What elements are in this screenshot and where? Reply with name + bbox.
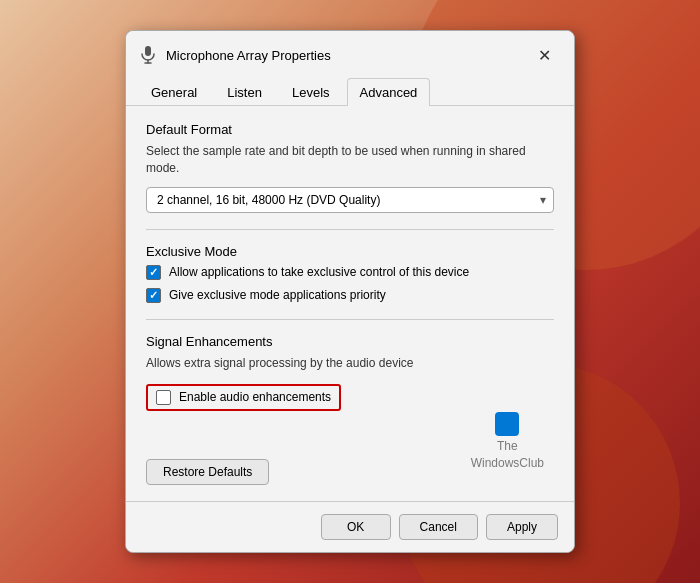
- exclusive-checkbox-2-label: Give exclusive mode applications priorit…: [169, 288, 386, 302]
- exclusive-checkbox-row-1: Allow applications to take exclusive con…: [146, 265, 554, 280]
- restore-defaults-button[interactable]: Restore Defaults: [146, 459, 269, 485]
- apply-button[interactable]: Apply: [486, 514, 558, 540]
- signal-enhancements-section: Signal Enhancements Allows extra signal …: [146, 334, 554, 411]
- default-format-section: Default Format Select the sample rate an…: [146, 122, 554, 213]
- microphone-icon: [138, 45, 158, 65]
- signal-checkbox[interactable]: [156, 390, 171, 405]
- default-format-desc: Select the sample rate and bit depth to …: [146, 143, 554, 177]
- tab-general[interactable]: General: [138, 78, 210, 106]
- restore-defaults-wrapper: Restore Defaults: [146, 451, 554, 485]
- exclusive-checkbox-2[interactable]: [146, 288, 161, 303]
- cancel-button[interactable]: Cancel: [399, 514, 478, 540]
- default-format-title: Default Format: [146, 122, 554, 137]
- tabs-container: General Listen Levels Advanced: [126, 77, 574, 106]
- exclusive-mode-title: Exclusive Mode: [146, 244, 554, 259]
- tab-listen[interactable]: Listen: [214, 78, 275, 106]
- close-button[interactable]: ✕: [530, 41, 558, 69]
- signal-checkbox-row: Enable audio enhancements: [146, 384, 341, 411]
- signal-enhancements-desc: Allows extra signal processing by the au…: [146, 355, 554, 372]
- tab-advanced[interactable]: Advanced: [347, 78, 431, 106]
- signal-enhancements-title: Signal Enhancements: [146, 334, 554, 349]
- dialog-footer: OK Cancel Apply: [126, 501, 574, 552]
- title-bar: Microphone Array Properties ✕: [126, 31, 574, 77]
- divider-1: [146, 229, 554, 230]
- exclusive-checkbox-row-2: Give exclusive mode applications priorit…: [146, 288, 554, 303]
- divider-2: [146, 319, 554, 320]
- tab-levels[interactable]: Levels: [279, 78, 343, 106]
- ok-button[interactable]: OK: [321, 514, 391, 540]
- exclusive-checkbox-1[interactable]: [146, 265, 161, 280]
- tab-content: Default Format Select the sample rate an…: [126, 106, 574, 500]
- format-dropdown-wrapper: 2 channel, 16 bit, 48000 Hz (DVD Quality…: [146, 187, 554, 213]
- dialog-title: Microphone Array Properties: [166, 48, 331, 63]
- format-dropdown[interactable]: 2 channel, 16 bit, 48000 Hz (DVD Quality…: [146, 187, 554, 213]
- watermark-icon: [495, 412, 519, 436]
- title-bar-left: Microphone Array Properties: [138, 45, 331, 65]
- exclusive-mode-section: Exclusive Mode Allow applications to tak…: [146, 244, 554, 303]
- exclusive-checkbox-1-label: Allow applications to take exclusive con…: [169, 265, 469, 279]
- signal-checkbox-label: Enable audio enhancements: [179, 390, 331, 404]
- svg-rect-0: [145, 46, 151, 56]
- dialog-window: Microphone Array Properties ✕ General Li…: [125, 30, 575, 552]
